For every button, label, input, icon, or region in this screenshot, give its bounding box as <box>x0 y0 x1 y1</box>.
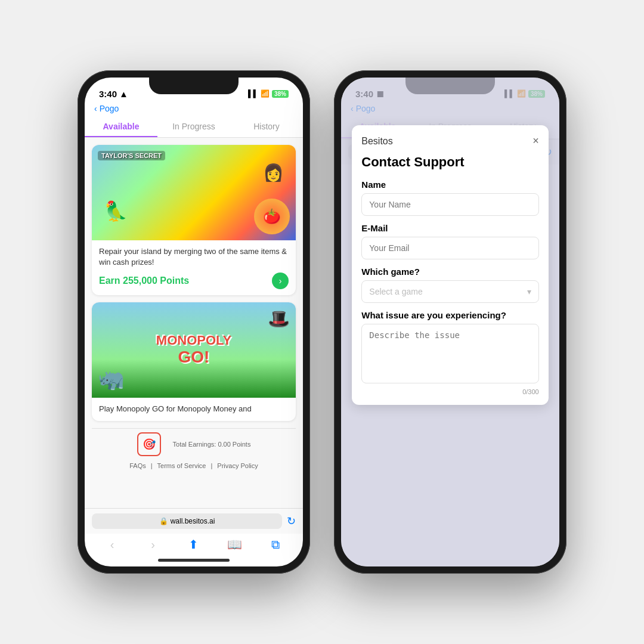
url-text-1: wall.besitos.ai <box>171 517 215 525</box>
earnings-text: Total Earnings: 0.00 Points <box>173 441 251 448</box>
monopoly-rhino: 🦏 <box>98 367 125 392</box>
modal-app-name: Besitos <box>361 136 392 147</box>
card-body-taylors: Repair your island by merging two of the… <box>92 240 296 295</box>
earn-arrow-taylors[interactable]: › <box>272 273 289 289</box>
terms-link[interactable]: Terms of Service <box>157 462 206 469</box>
tab-in-progress[interactable]: In Progress <box>157 116 230 137</box>
battery-1: 38% <box>272 90 289 98</box>
char-count: 0/300 <box>361 388 538 395</box>
time-1: 3:40 <box>99 89 117 99</box>
wifi-icon-1: 📶 <box>261 89 270 98</box>
modal-overlay: Besitos × Contact Support Name E-Mail Wh… <box>341 78 559 566</box>
tab-history[interactable]: History <box>230 116 303 137</box>
lock-icon-1: 🔒 <box>159 517 168 525</box>
back-label-1: Pogo <box>100 104 119 113</box>
contact-support-modal: Besitos × Contact Support Name E-Mail Wh… <box>352 125 548 405</box>
safari-bar-1: 🔒 wall.besitos.ai ↻ <box>85 508 303 534</box>
signal-1: ▌▌ <box>248 89 258 98</box>
footer-links: FAQs | Terms of Service | Privacy Policy <box>92 460 296 472</box>
modal-close-button[interactable]: × <box>532 135 539 147</box>
card-desc-taylors: Repair your island by merging two of the… <box>99 246 289 268</box>
taylors-character-icon: 👩 <box>263 163 284 182</box>
modal-header: Besitos × <box>361 135 538 147</box>
game-card-taylors[interactable]: 🍅 🦜 👩 Repair your island by merging two … <box>92 145 296 295</box>
privacy-link[interactable]: Privacy Policy <box>217 462 258 469</box>
taylors-fruit-icon: 🍅 <box>254 199 290 234</box>
dropdown-arrow-icon: ▾ <box>527 287 531 296</box>
back-btn-1[interactable]: ‹ <box>100 537 124 552</box>
card-body-monopoly: Play Monopoly GO for Monopoly Money and <box>92 398 296 420</box>
email-label: E-Mail <box>361 223 538 233</box>
content-area-1: 🍅 🦜 👩 Repair your island by merging two … <box>85 138 303 508</box>
taylors-bird-icon: 🦜 <box>104 200 128 222</box>
pogo-icon[interactable]: 🎯 <box>137 432 161 456</box>
issue-textarea[interactable] <box>361 324 538 383</box>
refresh-button-1[interactable]: ↻ <box>287 515 296 528</box>
tab-bar-1: Available In Progress History <box>85 116 303 138</box>
issue-label: What issue are you experiencing? <box>361 310 538 320</box>
location-icon: ▲ <box>119 89 128 99</box>
bottom-icons-row: 🎯 Total Earnings: 0.00 Points <box>92 428 296 460</box>
game-card-monopoly[interactable]: MONOPOLY GO! 🦏 🎩 Play Monopoly GO for Mo… <box>92 302 296 420</box>
tabs-btn-1[interactable]: ⧉ <box>264 537 287 552</box>
monopoly-man: 🎩 <box>268 308 290 329</box>
monopoly-text: MONOPOLY GO! <box>156 333 231 367</box>
game-select[interactable]: Select a game ▾ <box>361 280 538 303</box>
notch-1 <box>149 78 239 94</box>
game-select-placeholder: Select a game <box>369 287 423 296</box>
home-indicator-1 <box>158 559 230 562</box>
share-btn-1[interactable]: ⬆ <box>182 537 206 552</box>
url-bar-1[interactable]: 🔒 wall.besitos.ai <box>92 513 282 529</box>
nav-back-1[interactable]: ‹ Pogo <box>85 104 303 116</box>
email-input[interactable] <box>361 237 538 259</box>
phone-2: 3:40 ⏹ ▌▌ 📶 38% ‹ Pogo Available In Prog… <box>334 70 566 574</box>
name-label: Name <box>361 179 538 190</box>
back-arrow-1: ‹ <box>94 104 97 113</box>
faqs-link[interactable]: FAQs <box>129 462 146 469</box>
phone-1: 3:40 ▲ ▌▌ 📶 38% ‹ Pogo Available <box>78 70 310 574</box>
game-label: Which game? <box>361 267 538 277</box>
tab-available[interactable]: Available <box>85 116 157 137</box>
bookmarks-btn-1[interactable]: 📖 <box>222 537 246 552</box>
game-image-monopoly: MONOPOLY GO! 🦏 🎩 <box>92 302 296 398</box>
name-input[interactable] <box>361 193 538 216</box>
game-image-taylors: 🍅 🦜 👩 <box>92 145 296 240</box>
card-earn-taylors: Earn 255,000 Points › <box>99 273 289 289</box>
earn-text-taylors: Earn 255,000 Points <box>99 275 189 286</box>
forward-btn-1[interactable]: › <box>141 537 165 552</box>
contact-support-heading: Contact Support <box>361 154 538 170</box>
card-desc-monopoly: Play Monopoly GO for Monopoly Money and <box>99 404 289 414</box>
safari-nav-1: ‹ › ⬆ 📖 ⧉ <box>85 534 303 556</box>
